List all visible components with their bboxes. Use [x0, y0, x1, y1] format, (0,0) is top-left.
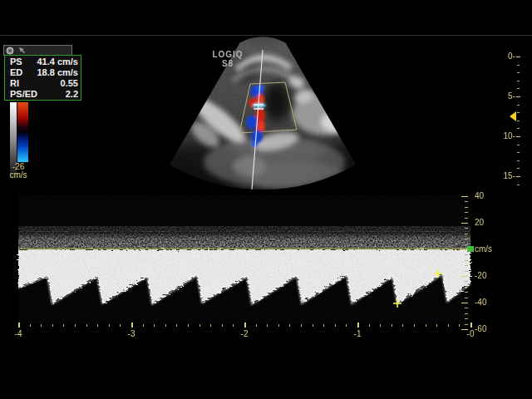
axis-tick	[470, 323, 472, 328]
axis-tick	[222, 324, 223, 327]
axis-tick	[516, 57, 520, 57]
axis-tick	[256, 324, 257, 327]
axis-tick	[517, 168, 520, 169]
axis-tick	[465, 298, 468, 298]
velocity-tick-label: -40	[475, 298, 486, 307]
axis-tick	[131, 323, 133, 328]
axis-tick	[517, 160, 520, 161]
axis-tick	[278, 324, 279, 327]
depth-tick-label: 0-	[508, 52, 515, 61]
axis-tick	[465, 254, 468, 255]
axis-tick	[517, 185, 520, 185]
axis-tick	[30, 324, 31, 327]
axis-tick	[267, 324, 268, 327]
axis-tick	[176, 324, 177, 327]
axis-tick	[392, 324, 392, 327]
axis-tick	[517, 88, 520, 89]
axis-tick	[357, 323, 359, 328]
axis-tick	[313, 324, 313, 327]
axis-tick	[516, 136, 520, 137]
axis-tick	[52, 324, 53, 327]
axis-tick	[465, 244, 468, 245]
axis-tick	[301, 324, 302, 327]
axis-tick	[465, 271, 468, 272]
spectral-display	[0, 0, 532, 399]
axis-tick	[165, 324, 166, 327]
axis-tick	[517, 152, 520, 153]
time-tick-label: -0	[467, 330, 475, 338]
axis-tick	[18, 323, 20, 328]
axis-tick	[517, 112, 520, 113]
axis-tick	[86, 324, 87, 327]
axis-tick	[289, 324, 290, 327]
axis-tick	[75, 324, 76, 327]
axis-tick	[402, 324, 403, 327]
velocity-tick-label: -60	[475, 325, 486, 333]
axis-tick	[461, 276, 468, 277]
axis-tick	[517, 81, 520, 81]
axis-tick	[63, 324, 64, 327]
axis-tick	[465, 218, 468, 219]
axis-tick	[143, 324, 144, 327]
axis-tick	[465, 324, 468, 325]
axis-tick	[346, 324, 347, 327]
axis-tick	[426, 324, 426, 327]
axis-tick	[323, 324, 324, 327]
axis-tick	[465, 239, 468, 239]
axis-tick	[517, 128, 520, 129]
axis-tick	[465, 318, 468, 319]
axis-tick	[461, 223, 468, 224]
axis-tick	[517, 121, 520, 121]
axis-tick	[517, 65, 520, 66]
axis-tick	[109, 324, 110, 327]
axis-tick	[517, 72, 520, 73]
axis-tick	[120, 324, 121, 327]
axis-tick	[188, 324, 189, 327]
axis-tick	[465, 201, 468, 202]
axis-tick	[380, 324, 381, 327]
axis-tick	[210, 324, 211, 327]
depth-tick-label: 5-	[508, 92, 515, 101]
depth-tick-label: 10-	[504, 132, 515, 140]
axis-tick	[335, 324, 336, 327]
spectral-noise-band-upper	[18, 226, 470, 232]
axis-tick	[414, 324, 415, 327]
axis-tick	[97, 324, 98, 327]
time-tick-label: -2	[241, 330, 249, 338]
axis-tick	[465, 292, 468, 293]
axis-tick	[465, 207, 468, 208]
axis-tick	[465, 212, 468, 213]
axis-tick	[448, 324, 449, 327]
axis-tick	[465, 265, 468, 266]
spectral-noise-band	[18, 231, 470, 249]
axis-tick	[459, 324, 460, 327]
axis-tick	[436, 324, 437, 327]
axis-tick	[516, 176, 520, 177]
axis-tick	[244, 323, 246, 328]
axis-tick	[200, 324, 200, 327]
axis-tick	[465, 228, 468, 229]
velocity-tick-label: 20	[475, 219, 484, 227]
axis-tick	[465, 234, 468, 234]
ultrasound-screen: PS41.4 cm/sED18.8 cm/sRI0.55PS/ED2.2 -26…	[0, 0, 532, 399]
axis-tick	[465, 313, 468, 314]
velocity-tick-label: cm/s	[475, 245, 492, 254]
velocity-tick-label: -20	[475, 272, 486, 280]
velocity-tick-label: 40	[475, 192, 484, 200]
axis-tick	[517, 145, 520, 145]
depth-tick-label: 15-	[504, 172, 515, 180]
axis-tick	[461, 196, 468, 197]
axis-tick	[465, 287, 468, 288]
axis-tick	[517, 105, 520, 106]
time-tick-label: -3	[128, 330, 135, 338]
axis-tick	[465, 260, 468, 261]
axis-tick	[41, 324, 42, 327]
axis-tick	[233, 324, 234, 327]
axis-tick	[369, 324, 370, 327]
baseline-marker[interactable]	[467, 246, 474, 252]
axis-tick	[465, 281, 468, 282]
time-tick-label: -4	[15, 330, 22, 338]
axis-tick	[516, 96, 520, 97]
axis-tick	[461, 303, 468, 303]
axis-tick	[154, 324, 155, 327]
